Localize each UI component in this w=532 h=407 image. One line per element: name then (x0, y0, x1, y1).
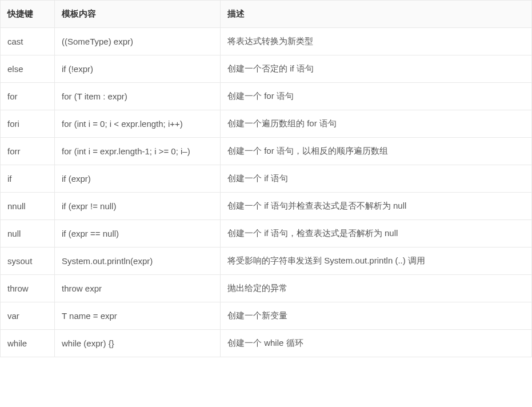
table-row: nnull if (expr != null) 创建一个 if 语句并检查表达式… (1, 193, 532, 220)
cell-shortcut: cast (1, 28, 55, 55)
cell-shortcut: while (1, 330, 55, 357)
cell-shortcut: fori (1, 110, 55, 138)
cell-template: ((SomeType) expr) (55, 28, 221, 55)
cell-template: System.out.println(expr) (55, 248, 221, 275)
cell-desc: 创建一个遍历数组的 for 语句 (221, 110, 532, 138)
table-row: cast ((SomeType) expr) 将表达式转换为新类型 (1, 28, 532, 55)
cell-desc: 创建一个 while 循环 (221, 330, 532, 357)
cell-desc: 创建一个 for 语句 (221, 83, 532, 110)
cell-template: if (expr == null) (55, 220, 221, 248)
cell-shortcut: else (1, 55, 55, 83)
cell-desc: 将表达式转换为新类型 (221, 28, 532, 55)
cell-template: if (!expr) (55, 55, 221, 83)
cell-desc: 创建一个 if 语句并检查表达式是否不解析为 null (221, 193, 532, 220)
cell-template: throw expr (55, 275, 221, 302)
cell-template: if (expr) (55, 165, 221, 193)
cell-shortcut: throw (1, 275, 55, 302)
table-row: throw throw expr 抛出给定的异常 (1, 275, 532, 302)
cell-desc: 将受影响的字符串发送到 System.out.println (..) 调用 (221, 248, 532, 275)
shortcut-table: 快捷键 模板内容 描述 cast ((SomeType) expr) 将表达式转… (0, 0, 532, 357)
table-row: while while (expr) {} 创建一个 while 循环 (1, 330, 532, 357)
table-row: forr for (int i = expr.length-1; i >= 0;… (1, 138, 532, 165)
cell-template: if (expr != null) (55, 193, 221, 220)
cell-template: T name = expr (55, 302, 221, 330)
table-header-row: 快捷键 模板内容 描述 (1, 1, 532, 28)
cell-shortcut: forr (1, 138, 55, 165)
col-header-desc: 描述 (221, 1, 532, 28)
cell-desc: 创建一个 for 语句，以相反的顺序遍历数组 (221, 138, 532, 165)
table-row: var T name = expr 创建一个新变量 (1, 302, 532, 330)
cell-desc: 创建一个否定的 if 语句 (221, 55, 532, 83)
table-row: for for (T item : expr) 创建一个 for 语句 (1, 83, 532, 110)
cell-template: for (int i = expr.length-1; i >= 0; i–) (55, 138, 221, 165)
cell-shortcut: null (1, 220, 55, 248)
cell-template: for (int i = 0; i < expr.length; i++) (55, 110, 221, 138)
cell-desc: 创建一个 if 语句，检查表达式是否解析为 null (221, 220, 532, 248)
cell-desc: 创建一个新变量 (221, 302, 532, 330)
cell-shortcut: nnull (1, 193, 55, 220)
cell-desc: 创建一个 if 语句 (221, 165, 532, 193)
col-header-template: 模板内容 (55, 1, 221, 28)
table-row: if if (expr) 创建一个 if 语句 (1, 165, 532, 193)
table-row: else if (!expr) 创建一个否定的 if 语句 (1, 55, 532, 83)
cell-desc: 抛出给定的异常 (221, 275, 532, 302)
cell-shortcut: if (1, 165, 55, 193)
cell-shortcut: sysout (1, 248, 55, 275)
cell-template: while (expr) {} (55, 330, 221, 357)
cell-shortcut: for (1, 83, 55, 110)
table-row: null if (expr == null) 创建一个 if 语句，检查表达式是… (1, 220, 532, 248)
table-row: fori for (int i = 0; i < expr.length; i+… (1, 110, 532, 138)
col-header-shortcut: 快捷键 (1, 1, 55, 28)
cell-shortcut: var (1, 302, 55, 330)
table-row: sysout System.out.println(expr) 将受影响的字符串… (1, 248, 532, 275)
cell-template: for (T item : expr) (55, 83, 221, 110)
